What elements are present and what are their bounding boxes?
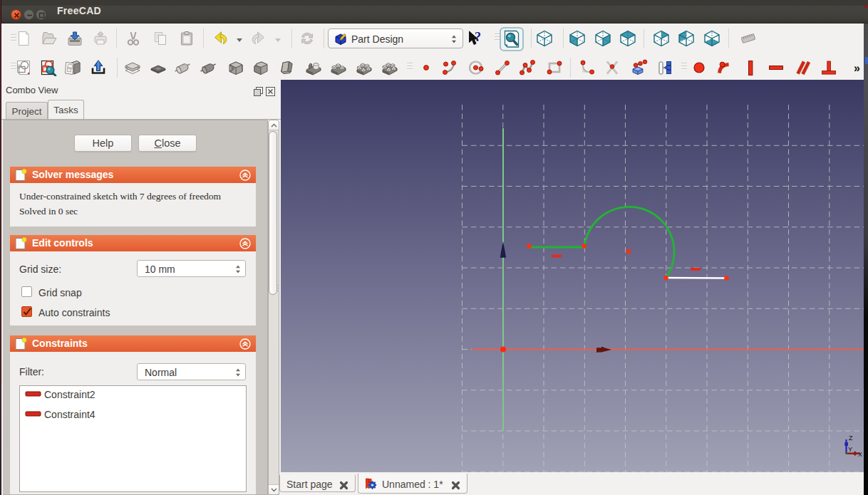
svg-text:Z: Z [849, 434, 853, 442]
svg-text:Y: Y [848, 446, 852, 453]
svg-text:»: » [854, 62, 860, 74]
svg-text:X: X [858, 451, 862, 458]
